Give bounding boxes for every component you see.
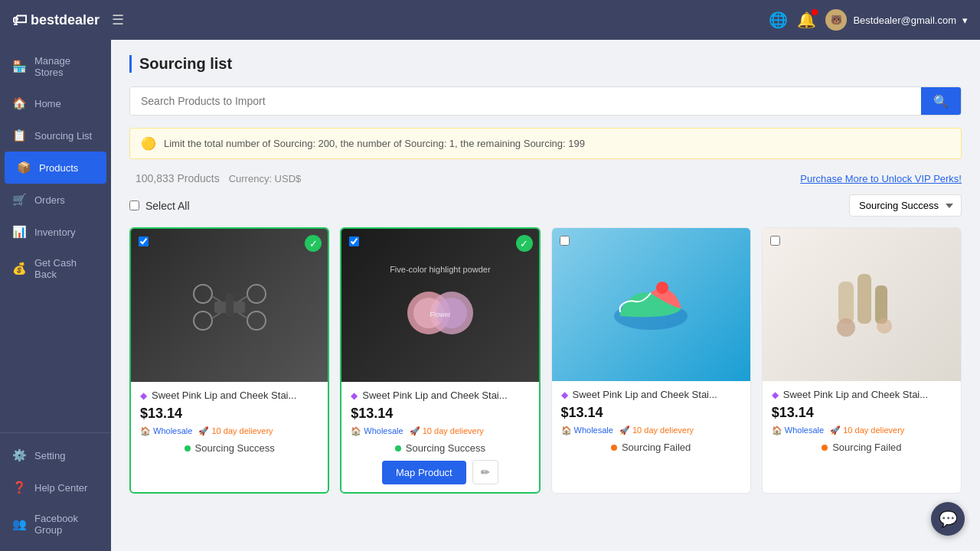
status-dot (611, 445, 617, 451)
svg-line-6 (212, 296, 220, 302)
card-image (763, 228, 961, 381)
diamond-icon: ◆ (772, 390, 779, 400)
svg-text:Flower: Flower (430, 311, 450, 318)
status-text: Sourcing Success (195, 442, 275, 454)
sidebar-item-home[interactable]: 🏠 Home (0, 87, 111, 119)
status-dot (395, 445, 401, 452)
search-button[interactable]: 🔍 (921, 87, 961, 115)
logo-text: bestdealer (31, 12, 100, 28)
card-checkmark: ✓ (516, 235, 533, 252)
card-body: ◆ Sweet Pink Lip and Cheek Stai... $13.1… (341, 382, 538, 492)
card-title: ◆ Sweet Pink Lip and Cheek Stai... (772, 389, 952, 400)
card-body: ◆ Sweet Pink Lip and Cheek Stai... $13.1… (763, 381, 961, 461)
sidebar-item-sourcing-list[interactable]: 📋 Sourcing List (0, 119, 111, 152)
card-checkbox[interactable] (349, 236, 359, 246)
card-badges: 🏠 Wholesale 🚀 10 day delievery (561, 425, 741, 435)
clipboard-icon: 📋 (12, 129, 27, 142)
wholesale-badge: 🏠 Wholesale (772, 425, 824, 435)
help-icon: ❓ (12, 481, 27, 494)
sidebar-item-label: Inventory (34, 227, 75, 238)
svg-point-20 (837, 318, 855, 337)
svg-point-16 (656, 282, 668, 294)
sidebar: 🏪 Manage Stores 🏠 Home 📋 Sourcing List 📦… (0, 40, 111, 551)
svg-point-21 (877, 318, 892, 334)
sidebar-item-manage-stores[interactable]: 🏪 Manage Stores (0, 46, 111, 87)
wholesale-badge: 🏠 Wholesale (140, 426, 192, 436)
inventory-icon: 📊 (12, 225, 27, 239)
sidebar-item-inventory[interactable]: 📊 Inventory (0, 216, 111, 248)
avatar: 🐻 (825, 9, 847, 31)
status-dot (185, 445, 191, 452)
edit-button[interactable]: ✏ (472, 460, 498, 484)
select-all-text: Select All (145, 200, 190, 212)
svg-point-5 (247, 311, 266, 330)
card-checkbox[interactable] (770, 236, 780, 246)
card-badges: 🏠 Wholesale 🚀 10 day delievery (772, 425, 952, 435)
product-grid: ✓ (129, 227, 962, 494)
diamond-icon: ◆ (140, 390, 147, 401)
sidebar-item-label: Manage Stores (34, 55, 99, 78)
sidebar-item-label: Orders (34, 194, 65, 206)
facebook-icon: 👥 (12, 517, 27, 531)
sidebar-item-label: Sourcing List (34, 130, 92, 142)
wholesale-badge: 🏠 Wholesale (561, 425, 613, 435)
orders-icon: 🛒 (12, 193, 27, 207)
card-badges: 🏠 Wholesale 🚀 10 day delievery (351, 426, 529, 436)
chat-bubble[interactable]: 💬 (931, 502, 965, 536)
svg-rect-19 (875, 285, 887, 324)
card-title: ◆ Sweet Pink Lip and Cheek Stai... (140, 390, 318, 401)
hamburger-icon[interactable]: ☰ (112, 11, 124, 28)
sidebar-bottom: ⚙️ Setting ❓ Help Center 👥 Facebook Grou… (0, 432, 111, 545)
product-card[interactable]: ◆ Sweet Pink Lip and Cheek Stai... $13.1… (762, 227, 962, 494)
status-row: Sourcing Failed (772, 442, 952, 453)
diamond-icon: ◆ (351, 390, 358, 401)
sidebar-item-products[interactable]: 📦 Products (5, 152, 106, 184)
delivery-badge: 🚀 10 day delievery (198, 426, 273, 436)
product-card[interactable]: ✓ (129, 227, 329, 494)
sidebar-item-get-cash-back[interactable]: 💰 Get Cash Back (0, 248, 111, 289)
card-price: $13.14 (561, 405, 741, 421)
card-checkbox[interactable] (560, 236, 570, 246)
status-row: Sourcing Success (351, 442, 529, 454)
card-image (131, 229, 328, 382)
sidebar-item-label: Facebook Group (34, 513, 99, 536)
delivery-badge: 🚀 10 day delievery (410, 426, 484, 436)
product-card[interactable]: ✓ Five-color highlight powder Flower (340, 227, 540, 494)
user-menu[interactable]: 🐻 Bestdealer@gmail.com ▾ (825, 9, 968, 31)
bell-icon[interactable]: 🔔 (797, 11, 816, 29)
sidebar-item-facebook-group[interactable]: 👥 Facebook Group (0, 504, 111, 545)
card-price: $13.14 (772, 405, 952, 421)
page-title: Sourcing list (129, 55, 962, 73)
sidebar-item-help-center[interactable]: ❓ Help Center (0, 471, 111, 504)
products-header: 100,833 Products Currency: USD$ Purchase… (129, 171, 962, 185)
svg-point-3 (247, 285, 266, 303)
sidebar-item-setting[interactable]: ⚙️ Setting (0, 439, 111, 471)
status-dot (822, 445, 828, 451)
search-input[interactable] (130, 87, 921, 115)
products-count-area: 100,833 Products Currency: USD$ (129, 171, 301, 185)
product-card[interactable]: ◆ Sweet Pink Lip and Cheek Stai... $13.1… (551, 227, 751, 494)
status-row: Sourcing Success (140, 442, 318, 454)
map-product-button[interactable]: Map Product (382, 461, 466, 484)
user-email: Bestdealer@gmail.com (853, 15, 956, 26)
wholesale-badge: 🏠 Wholesale (351, 426, 403, 436)
sidebar-item-orders[interactable]: 🛒 Orders (0, 184, 111, 216)
status-text: Sourcing Success (406, 442, 485, 454)
diamond-icon: ◆ (561, 390, 568, 400)
select-all-checkbox[interactable] (129, 201, 139, 210)
store-icon: 🏪 (12, 60, 27, 73)
filter-select[interactable]: Sourcing Success Sourcing Failed All (849, 194, 962, 217)
globe-icon[interactable]: 🌐 (769, 11, 788, 29)
svg-point-2 (194, 285, 212, 303)
card-price: $13.14 (351, 406, 529, 422)
card-title: ◆ Sweet Pink Lip and Cheek Stai... (351, 390, 529, 401)
sidebar-item-label: Products (39, 162, 78, 174)
vip-link[interactable]: Purchase More to Unlock VIP Perks! (800, 173, 962, 184)
settings-icon: ⚙️ (12, 448, 27, 462)
card-image: Five-color highlight powder Flower (341, 229, 538, 382)
card-checkbox[interactable] (139, 236, 149, 246)
topnav: 🏷 bestdealer ☰ 🌐 🔔 🐻 Bestdealer@gmail.co… (0, 0, 980, 40)
card-badges: 🏠 Wholesale 🚀 10 day delievery (140, 426, 318, 436)
card-body: ◆ Sweet Pink Lip and Cheek Stai... $13.1… (131, 382, 328, 461)
select-all-label[interactable]: Select All (129, 200, 190, 212)
